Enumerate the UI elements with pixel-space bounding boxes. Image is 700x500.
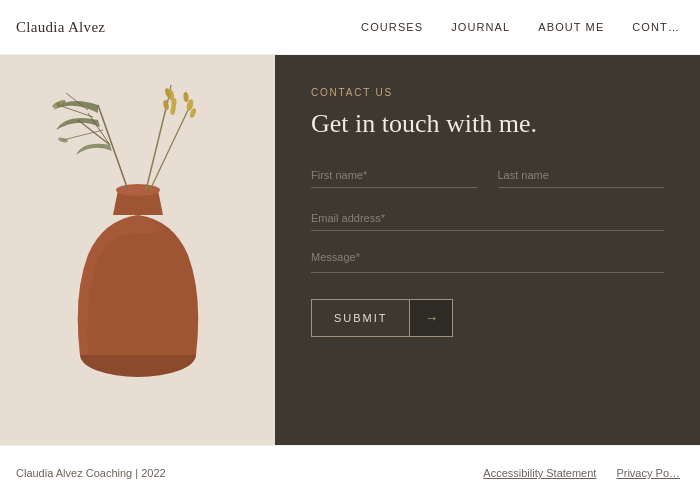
footer-links: Accessibility Statement Privacy Po… xyxy=(483,467,680,479)
last-name-input[interactable] xyxy=(498,163,665,188)
message-input[interactable] xyxy=(311,245,664,273)
svg-point-21 xyxy=(57,137,68,143)
contact-heading: Get in touch with me. xyxy=(311,108,664,139)
svg-line-18 xyxy=(66,93,88,110)
arrow-icon: → xyxy=(409,300,452,336)
logo[interactable]: Claudia Alvez xyxy=(16,19,105,36)
main-section: Contact Us Get in touch with me. Submit … xyxy=(0,55,700,445)
name-row xyxy=(311,163,664,188)
privacy-link[interactable]: Privacy Po… xyxy=(616,467,680,479)
first-name-input[interactable] xyxy=(311,163,478,188)
nav-journal[interactable]: Journal xyxy=(451,21,510,33)
nav-courses[interactable]: Courses xyxy=(361,21,423,33)
accessibility-link[interactable]: Accessibility Statement xyxy=(483,467,596,479)
nav-contact[interactable]: Cont… xyxy=(632,21,680,33)
main-nav: Courses Journal About Me Cont… xyxy=(361,21,680,33)
email-field-container xyxy=(311,206,664,231)
image-panel xyxy=(0,55,275,445)
svg-point-1 xyxy=(116,184,160,196)
message-area xyxy=(311,245,664,277)
submit-row: Submit → xyxy=(311,299,664,337)
email-input[interactable] xyxy=(311,206,664,231)
last-name-field xyxy=(498,163,665,188)
footer: Claudia Alvez Coaching | 2022 Accessibil… xyxy=(0,445,700,500)
svg-point-14 xyxy=(183,92,189,102)
contact-label: Contact Us xyxy=(311,87,664,98)
header: Claudia Alvez Courses Journal About Me C… xyxy=(0,0,700,55)
submit-button[interactable]: Submit → xyxy=(311,299,453,337)
footer-copyright: Claudia Alvez Coaching | 2022 xyxy=(16,467,166,479)
svg-point-10 xyxy=(162,100,169,111)
first-name-field xyxy=(311,163,478,188)
nav-about[interactable]: About Me xyxy=(538,21,604,33)
submit-label: Submit xyxy=(312,302,409,334)
contact-panel: Contact Us Get in touch with me. Submit … xyxy=(275,55,700,445)
